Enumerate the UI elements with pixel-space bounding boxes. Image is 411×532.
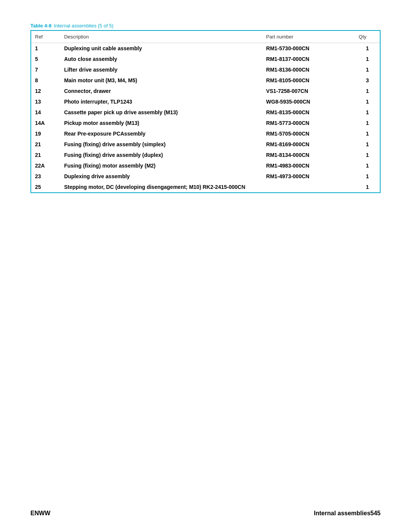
header-qty: Qty <box>355 30 380 43</box>
table-row: 21 Fusing (fixing) drive assembly (duple… <box>31 150 380 160</box>
cell-qty: 1 <box>355 182 380 193</box>
cell-part-number: RM1-8134-000CN <box>262 150 355 160</box>
cell-part-number: RM1-8137-000CN <box>262 54 355 64</box>
cell-part-number: RM1-5705-000CN <box>262 128 355 139</box>
cell-ref: 22A <box>31 160 60 171</box>
footer-right: Internal assemblies545 <box>314 510 381 517</box>
cell-part-number: RM1-4983-000CN <box>262 160 355 171</box>
table-caption: Table 4-8 Internal assemblies (5 of 5) <box>30 23 381 29</box>
cell-description: Stepping motor, DC (developing disengage… <box>60 182 262 193</box>
header-ref: Ref <box>31 30 60 43</box>
cell-ref: 19 <box>31 128 60 139</box>
cell-ref: 5 <box>31 54 60 64</box>
cell-part-number: RM1-8169-000CN <box>262 139 355 150</box>
cell-part-number: RM1-8136-000CN <box>262 64 355 75</box>
cell-qty: 1 <box>355 150 380 160</box>
table-row: 8 Main motor unit (M3, M4, M5) RM1-8105-… <box>31 75 380 86</box>
page-container: Table 4-8 Internal assemblies (5 of 5) R… <box>0 0 411 532</box>
table-row: 19 Rear Pre-exposure PCAssembly RM1-5705… <box>31 128 380 139</box>
cell-qty: 1 <box>355 54 380 64</box>
cell-description: Connector, drawer <box>60 86 262 96</box>
cell-ref: 23 <box>31 171 60 182</box>
cell-description: Auto close assembly <box>60 54 262 64</box>
cell-qty: 1 <box>355 43 380 54</box>
cell-ref: 13 <box>31 96 60 107</box>
table-header-row: Ref Description Part number Qty <box>31 30 380 43</box>
cell-description: Duplexing unit cable assembly <box>60 43 262 54</box>
cell-description: Main motor unit (M3, M4, M5) <box>60 75 262 86</box>
cell-part-number: VS1-7258-007CN <box>262 86 355 96</box>
table-row: 25 Stepping motor, DC (developing diseng… <box>31 182 380 193</box>
cell-qty: 1 <box>355 96 380 107</box>
table-row: 5 Auto close assembly RM1-8137-000CN 1 <box>31 54 380 64</box>
cell-qty: 1 <box>355 107 380 118</box>
cell-ref: 8 <box>31 75 60 86</box>
header-part-number: Part number <box>262 30 355 43</box>
cell-qty: 3 <box>355 75 380 86</box>
cell-ref: 1 <box>31 43 60 54</box>
cell-description: Duplexing drive assembly <box>60 171 262 182</box>
table-row: 14A Pickup motor assembly (M13) RM1-5773… <box>31 118 380 128</box>
cell-part-number: RM1-8135-000CN <box>262 107 355 118</box>
cell-qty: 1 <box>355 118 380 128</box>
cell-part-number: RM1-5730-000CN <box>262 43 355 54</box>
footer-left: ENWW <box>30 510 50 517</box>
cell-description: Fusing (fixing) drive assembly (simplex) <box>60 139 262 150</box>
main-table: Ref Description Part number Qty 1 Duplex… <box>30 30 381 193</box>
table-row: 14 Cassette paper pick up drive assembly… <box>31 107 380 118</box>
cell-qty: 1 <box>355 86 380 96</box>
table-row: 7 Lifter drive assembly RM1-8136-000CN 1 <box>31 64 380 75</box>
cell-part-number: RM1-8105-000CN <box>262 75 355 86</box>
cell-description: Rear Pre-exposure PCAssembly <box>60 128 262 139</box>
cell-part-number: RM1-5773-000CN <box>262 118 355 128</box>
cell-description: Lifter drive assembly <box>60 64 262 75</box>
cell-ref: 21 <box>31 139 60 150</box>
cell-qty: 1 <box>355 128 380 139</box>
cell-description: Fusing (fixing) motor assembly (M2) <box>60 160 262 171</box>
table-label: Table 4-8 <box>30 23 51 29</box>
cell-ref: 21 <box>31 150 60 160</box>
cell-part-number: WG8-5935-000CN <box>262 96 355 107</box>
cell-part-number: RM1-4973-000CN <box>262 171 355 182</box>
cell-ref: 14 <box>31 107 60 118</box>
cell-description: Photo interrupter, TLP1243 <box>60 96 262 107</box>
table-caption-text: Internal assemblies (5 of 5) <box>54 23 113 29</box>
cell-qty: 1 <box>355 139 380 150</box>
cell-description: Pickup motor assembly (M13) <box>60 118 262 128</box>
footer-bar: ENWW Internal assemblies545 <box>30 510 381 517</box>
table-row: 13 Photo interrupter, TLP1243 WG8-5935-0… <box>31 96 380 107</box>
cell-part-number <box>262 182 355 193</box>
cell-description: Fusing (fixing) drive assembly (duplex) <box>60 150 262 160</box>
table-row: 21 Fusing (fixing) drive assembly (simpl… <box>31 139 380 150</box>
table-row: 22A Fusing (fixing) motor assembly (M2) … <box>31 160 380 171</box>
cell-description: Cassette paper pick up drive assembly (M… <box>60 107 262 118</box>
cell-qty: 1 <box>355 64 380 75</box>
cell-ref: 12 <box>31 86 60 96</box>
cell-qty: 1 <box>355 160 380 171</box>
header-description: Description <box>60 30 262 43</box>
cell-ref: 25 <box>31 182 60 193</box>
cell-ref: 14A <box>31 118 60 128</box>
table-row: 1 Duplexing unit cable assembly RM1-5730… <box>31 43 380 54</box>
cell-qty: 1 <box>355 171 380 182</box>
table-row: 12 Connector, drawer VS1-7258-007CN 1 <box>31 86 380 96</box>
cell-ref: 7 <box>31 64 60 75</box>
table-row: 23 Duplexing drive assembly RM1-4973-000… <box>31 171 380 182</box>
